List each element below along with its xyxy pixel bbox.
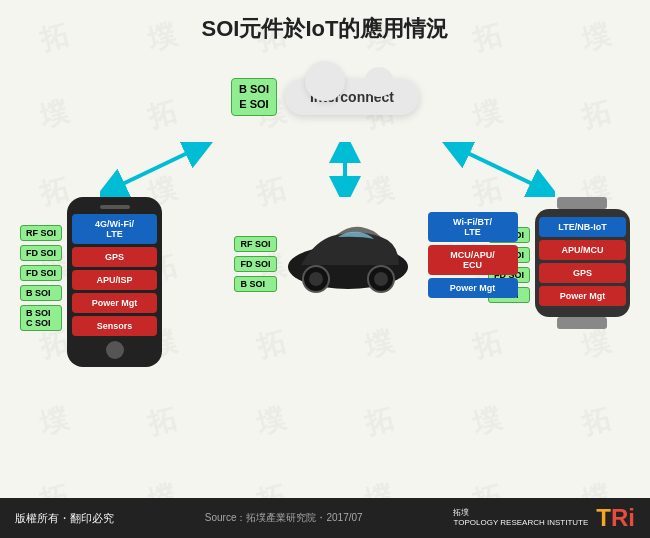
car-chip-power: Power Mgt (428, 278, 518, 298)
car-chip-mcu: MCU/APU/ECU (428, 245, 518, 275)
footer-logo-small: 拓墣TOPOLOGY RESEARCH INSTITUTE (453, 508, 588, 527)
car-body: Wi-Fi/BT/LTE MCU/APU/ECU Power Mgt (281, 207, 416, 301)
phone-home-button (106, 341, 124, 359)
watch-frame: LTE/NB-IoT APU/MCU GPS Power Mgt (535, 197, 630, 329)
phone-label-bc: B SOIC SOI (20, 305, 62, 331)
phone-label-b: B SOI (20, 285, 62, 301)
logo-i: i (628, 504, 635, 531)
cloud-area: B SOIE SOI Interconnect (20, 52, 630, 142)
svg-point-7 (374, 272, 388, 286)
cloud-name: Interconnect (310, 89, 394, 105)
footer-logo: 拓墣TOPOLOGY RESEARCH INSTITUTE TRi (453, 504, 635, 532)
footer-copyright: 版權所有・翻印必究 (15, 511, 114, 526)
phone-chip-sensors: Sensors (72, 316, 157, 336)
car-label-rf: RF SOI (234, 236, 276, 252)
phone-device: RF SOI FD SOI FD SOI B SOI B SOIC SOI 4G… (20, 197, 162, 367)
car-device: RF SOI FD SOI B SOI (234, 207, 415, 301)
arrows-area (20, 142, 630, 197)
footer-logo-letters: TRi (596, 504, 635, 532)
phone-label-fd1: FD SOI (20, 245, 62, 261)
cloud-label-text: B SOIE SOI (239, 82, 269, 113)
arrow-right-diagonal (435, 142, 555, 197)
phone-frame: 4G/Wi-Fi/LTE GPS APU/ISP Power Mgt Senso… (67, 197, 162, 367)
logo-R: R (611, 504, 628, 531)
devices-row: RF SOI FD SOI FD SOI B SOI B SOIC SOI 4G… (20, 197, 630, 367)
car-chips: Wi-Fi/BT/LTE MCU/APU/ECU Power Mgt (428, 212, 518, 298)
watch-chip-gps: GPS (539, 263, 626, 283)
cloud-shape: Interconnect (285, 79, 419, 115)
watch-chip-lte: LTE/NB-IoT (539, 217, 626, 237)
phone-chip-lte: 4G/Wi-Fi/LTE (72, 214, 157, 244)
page-title: SOI元件於IoT的應用情況 (20, 14, 630, 44)
watch-chip-power: Power Mgt (539, 286, 626, 306)
watch-band-bottom (557, 317, 607, 329)
car-chip-wifi: Wi-Fi/BT/LTE (428, 212, 518, 242)
footer-source: Source：拓墣產業研究院・2017/07 (205, 511, 363, 525)
watch-chip-apu: APU/MCU (539, 240, 626, 260)
phone-speaker (100, 205, 130, 209)
phone-chip-power: Power Mgt (72, 293, 157, 313)
svg-line-0 (110, 147, 200, 190)
svg-line-2 (455, 147, 545, 190)
car-label-fd: FD SOI (234, 256, 276, 272)
svg-point-5 (309, 272, 323, 286)
phone-label-rf: RF SOI (20, 225, 62, 241)
watch-band-top (557, 197, 607, 209)
car-label-b: B SOI (234, 276, 276, 292)
main-content: SOI元件於IoT的應用情況 B SOIE SOI Interconnect (0, 0, 650, 498)
watch-body: LTE/NB-IoT APU/MCU GPS Power Mgt (535, 209, 630, 317)
phone-label-fd2: FD SOI (20, 265, 62, 281)
arrow-left-diagonal (100, 142, 220, 197)
car-svg (281, 207, 416, 297)
cloud-label: B SOIE SOI (231, 78, 277, 117)
phone-chip-gps: GPS (72, 247, 157, 267)
car-labels: RF SOI FD SOI B SOI (234, 236, 276, 292)
footer: 版權所有・翻印必究 Source：拓墣產業研究院・2017/07 拓墣TOPOL… (0, 498, 650, 538)
phone-labels: RF SOI FD SOI FD SOI B SOI B SOIC SOI (20, 225, 62, 331)
arrow-center (325, 142, 365, 197)
phone-chip-apu: APU/ISP (72, 270, 157, 290)
logo-T: T (596, 504, 611, 531)
